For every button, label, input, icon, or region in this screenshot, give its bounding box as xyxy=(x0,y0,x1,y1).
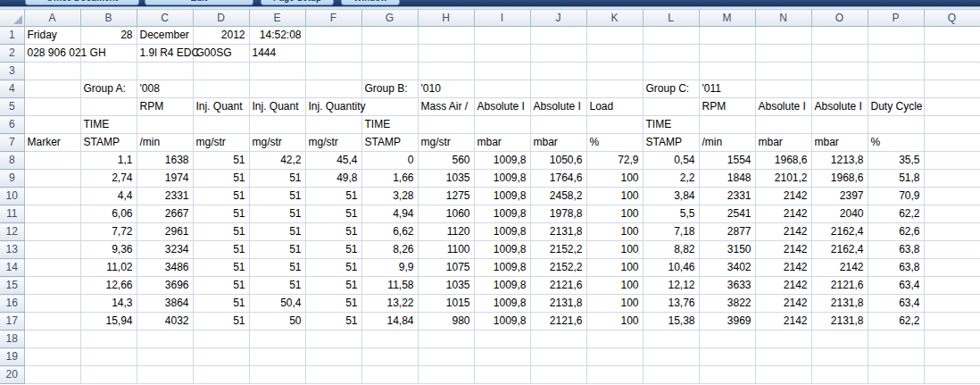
cell-J10[interactable]: 2458,2 xyxy=(530,188,586,205)
cell-O4[interactable] xyxy=(811,80,868,98)
cell-M9[interactable]: 1848 xyxy=(699,170,755,188)
cell-M20[interactable] xyxy=(699,366,755,384)
cell-E4[interactable] xyxy=(249,80,305,98)
row-header-16[interactable]: 16 xyxy=(0,295,24,313)
cell-G9[interactable]: 1,66 xyxy=(361,170,418,188)
cell-Q8[interactable] xyxy=(924,152,980,170)
cell-I2[interactable] xyxy=(474,45,530,63)
cell-J15[interactable]: 2121,6 xyxy=(530,277,586,295)
cell-B20[interactable] xyxy=(80,366,137,384)
cell-F12[interactable]: 51 xyxy=(305,223,361,241)
cell-Q17[interactable] xyxy=(924,313,980,331)
cell-N4[interactable] xyxy=(755,80,811,98)
cell-M10[interactable]: 2331 xyxy=(699,188,755,205)
cell-G16[interactable]: 13,22 xyxy=(361,295,418,313)
cell-K6[interactable] xyxy=(586,116,643,134)
cell-B11[interactable]: 6,06 xyxy=(80,205,137,223)
cell-I11[interactable]: 1009,8 xyxy=(474,205,530,223)
cell-Q15[interactable] xyxy=(924,277,980,295)
cell-J6[interactable] xyxy=(530,116,586,134)
cell-Q14[interactable] xyxy=(924,259,980,277)
cell-H5[interactable]: Mass Air / xyxy=(418,98,474,116)
cell-I18[interactable] xyxy=(474,331,530,348)
cell-A20[interactable] xyxy=(24,366,80,384)
cell-I8[interactable]: 1009,8 xyxy=(474,152,530,170)
cell-L7[interactable]: STAMP xyxy=(643,134,699,152)
cell-L18[interactable] xyxy=(643,331,699,348)
column-header-P[interactable]: P xyxy=(868,10,924,27)
cell-E13[interactable]: 51 xyxy=(249,241,305,259)
column-header-L[interactable]: L xyxy=(643,10,699,27)
row-header-18[interactable]: 18 xyxy=(0,331,24,348)
cell-M17[interactable]: 3969 xyxy=(699,313,755,331)
cell-M7[interactable]: /min xyxy=(699,134,755,152)
cell-O8[interactable]: 1213,8 xyxy=(811,152,868,170)
cell-K10[interactable]: 100 xyxy=(586,188,643,205)
cell-E3[interactable] xyxy=(249,63,305,80)
cell-E16[interactable]: 50,4 xyxy=(249,295,305,313)
cell-M4[interactable]: '011 xyxy=(699,80,755,98)
cell-H8[interactable]: 560 xyxy=(418,152,474,170)
cell-Q20[interactable] xyxy=(924,366,980,384)
cell-P9[interactable]: 51,8 xyxy=(868,170,924,188)
cell-F14[interactable]: 51 xyxy=(305,259,361,277)
cell-A16[interactable] xyxy=(24,295,80,313)
cell-F3[interactable] xyxy=(305,63,361,80)
cell-E2[interactable]: 1444 xyxy=(249,45,305,63)
cell-B7[interactable]: STAMP xyxy=(80,134,137,152)
cell-D3[interactable] xyxy=(193,63,249,80)
cell-Q2[interactable] xyxy=(924,45,980,63)
cell-B9[interactable]: 2,74 xyxy=(80,170,137,188)
cell-F10[interactable]: 51 xyxy=(305,188,361,205)
cell-B16[interactable]: 14,3 xyxy=(80,295,137,313)
cell-J13[interactable]: 2152,2 xyxy=(530,241,586,259)
cell-K1[interactable] xyxy=(586,27,643,45)
cell-O7[interactable]: mbar xyxy=(811,134,868,152)
cell-F20[interactable] xyxy=(305,366,361,384)
cell-N15[interactable]: 2142 xyxy=(755,277,811,295)
cell-C17[interactable]: 4032 xyxy=(137,313,193,331)
row-header-6[interactable]: 6 xyxy=(0,116,24,134)
cell-J8[interactable]: 1050,6 xyxy=(530,152,586,170)
cell-A15[interactable] xyxy=(24,277,80,295)
cell-J16[interactable]: 2131,8 xyxy=(530,295,586,313)
cell-H13[interactable]: 1100 xyxy=(418,241,474,259)
cell-C12[interactable]: 2961 xyxy=(137,223,193,241)
cell-F18[interactable] xyxy=(305,331,361,348)
cell-Q10[interactable] xyxy=(924,188,980,205)
cell-K19[interactable] xyxy=(586,348,643,366)
cell-H12[interactable]: 1120 xyxy=(418,223,474,241)
cell-J20[interactable] xyxy=(530,366,586,384)
cell-L1[interactable] xyxy=(643,27,699,45)
cell-P14[interactable]: 63,8 xyxy=(868,259,924,277)
cell-A2[interactable]: 028 906 021 GH xyxy=(24,45,80,63)
cell-H20[interactable] xyxy=(418,366,474,384)
cell-A12[interactable] xyxy=(24,223,80,241)
column-header-B[interactable]: B xyxy=(80,10,137,27)
column-header-E[interactable]: E xyxy=(249,10,305,27)
cell-D1[interactable]: 2012 xyxy=(193,27,249,45)
cell-M1[interactable] xyxy=(699,27,755,45)
cell-B14[interactable]: 11,02 xyxy=(80,259,137,277)
cell-K3[interactable] xyxy=(586,63,643,80)
cell-O15[interactable]: 2121,6 xyxy=(811,277,868,295)
select-all-corner[interactable] xyxy=(0,10,24,27)
cell-G5[interactable] xyxy=(361,98,418,116)
cell-G17[interactable]: 14,84 xyxy=(361,313,418,331)
row-header-2[interactable]: 2 xyxy=(0,45,24,63)
cell-N14[interactable]: 2142 xyxy=(755,259,811,277)
row-header-5[interactable]: 5 xyxy=(0,98,24,116)
cell-D9[interactable]: 51 xyxy=(193,170,249,188)
cell-K14[interactable]: 100 xyxy=(586,259,643,277)
cell-C10[interactable]: 2331 xyxy=(137,188,193,205)
cell-O10[interactable]: 2397 xyxy=(811,188,868,205)
cell-D18[interactable] xyxy=(193,331,249,348)
cell-I10[interactable]: 1009,8 xyxy=(474,188,530,205)
cell-H11[interactable]: 1060 xyxy=(418,205,474,223)
cell-E17[interactable]: 50 xyxy=(249,313,305,331)
cell-J5[interactable]: Absolute I xyxy=(530,98,586,116)
cell-P1[interactable] xyxy=(868,27,924,45)
cell-B3[interactable] xyxy=(80,63,137,80)
cell-G15[interactable]: 11,58 xyxy=(361,277,418,295)
cell-J4[interactable] xyxy=(530,80,586,98)
